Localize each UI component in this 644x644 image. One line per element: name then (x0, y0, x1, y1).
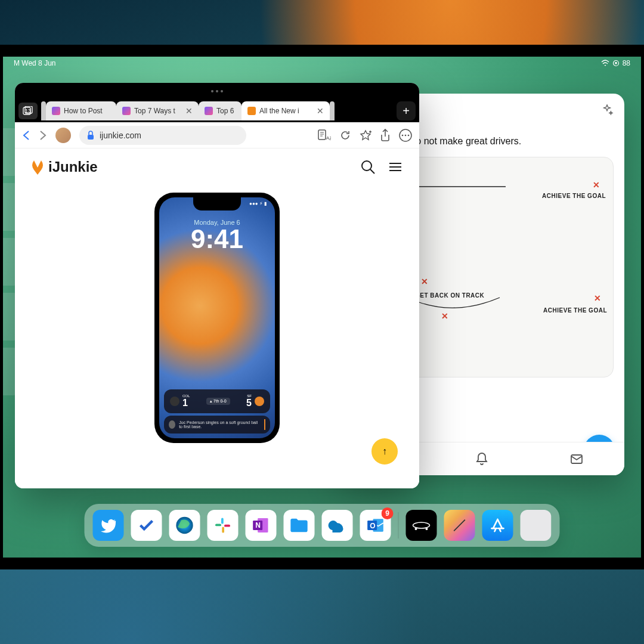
reader-button[interactable]: Aあ (318, 129, 331, 141)
url-text: ijunkie.com (100, 131, 141, 140)
close-tab-icon[interactable]: ✕ (317, 106, 324, 116)
brush-icon (451, 517, 468, 534)
close-tab-icon[interactable]: ✕ (185, 106, 193, 116)
address-bar[interactable]: ijunkie.com (79, 126, 246, 145)
team-logo-icon (255, 397, 264, 406)
avatar-icon (169, 420, 175, 429)
bookmark-button[interactable] (360, 129, 371, 141)
multitask-dots-icon[interactable] (211, 90, 223, 92)
dock-app-recent-appstore[interactable] (482, 510, 513, 541)
skate-icon (411, 517, 432, 534)
dock-app-twitter[interactable] (93, 510, 124, 541)
svg-text:O: O (370, 522, 375, 530)
browser-tab[interactable]: Top 7 Ways t ✕ (116, 101, 199, 120)
forward-button[interactable] (39, 130, 47, 141)
favicon (52, 107, 60, 115)
tab-label: All the New i (259, 107, 299, 115)
messages-icon[interactable] (569, 452, 584, 466)
tab-label: Top 7 Ways t (134, 107, 175, 115)
status-bar: M Wed 8 Jun 88 (3, 57, 641, 70)
svg-rect-8 (318, 130, 326, 140)
x-mark-icon: ✕ (593, 180, 600, 190)
check-icon (138, 516, 156, 534)
svg-rect-25 (224, 525, 230, 527)
x-mark-icon: ✕ (421, 277, 428, 286)
tab-label: How to Post (64, 107, 103, 115)
svg-rect-22 (221, 518, 224, 524)
svg-rect-23 (215, 524, 221, 527)
svg-point-32 (413, 522, 430, 528)
folder-icon (289, 516, 309, 534)
sparkle-icon[interactable] (600, 104, 614, 117)
x-mark-icon: ✕ (441, 311, 448, 321)
svg-rect-7 (88, 135, 94, 140)
back-button[interactable] (22, 130, 30, 141)
onenote-icon: N (252, 516, 271, 535)
svg-line-17 (370, 169, 374, 174)
dock-app-files[interactable] (284, 510, 315, 541)
profile-avatar[interactable] (55, 128, 71, 143)
browser-toolbar: ijunkie.com Aあ (15, 122, 419, 148)
cloud-icon (327, 518, 348, 532)
dock-app-edge[interactable] (169, 510, 200, 541)
svg-point-34 (426, 528, 428, 530)
dock-app-folder[interactable] (521, 510, 552, 541)
browser-tab[interactable]: How to Post (46, 101, 116, 120)
new-tab-button[interactable]: + (397, 101, 416, 120)
notification-badge: 9 (382, 507, 394, 519)
browser-tab[interactable]: Top 6 (199, 101, 242, 120)
dock-app-onenote[interactable]: N (246, 510, 277, 541)
favicon (205, 107, 213, 115)
safari-window[interactable]: 13 How to Post Top 7 Ways t ✕ Top 6 (15, 83, 419, 488)
tab-label: Top 6 (216, 107, 234, 115)
page-content[interactable]: iJunkie ●●● ⚡︎ ▮ Monday, June 6 9:41 (15, 148, 419, 488)
hero-phone-image: ●●● ⚡︎ ▮ Monday, June 6 9:41 COL1 ▴ 7th … (15, 185, 419, 443)
tab-switcher-button[interactable]: 13 (18, 103, 38, 119)
twitter-icon (100, 516, 117, 534)
phone-status-bar: ●●● ⚡︎ ▮ (159, 201, 275, 206)
search-icon[interactable] (360, 159, 376, 175)
svg-point-14 (405, 134, 407, 136)
svg-rect-1 (615, 62, 617, 64)
edge-icon (175, 515, 195, 535)
favicon (247, 107, 256, 115)
menu-icon[interactable] (387, 159, 404, 175)
svg-point-13 (402, 134, 404, 136)
svg-text:N: N (255, 521, 261, 530)
reload-button[interactable] (339, 129, 351, 141)
dock-app-outlook[interactable]: O 9 (360, 510, 391, 541)
battery-percent: 88 (623, 59, 630, 67)
lock-screen-time: 9:41 (159, 226, 275, 252)
sports-widget: COL1 ▴ 7th 0-0 SF5 (164, 389, 270, 413)
appstore-icon (489, 516, 507, 534)
more-button[interactable] (399, 129, 412, 142)
status-time-date: M Wed 8 Jun (14, 59, 55, 67)
achieve-label: ACHIEVE THE GOAL (542, 192, 606, 200)
dock-app-slack[interactable] (208, 510, 239, 541)
lock-icon (86, 131, 95, 140)
dock-app-recent-procreate[interactable] (406, 510, 437, 541)
favicon (122, 107, 131, 115)
hidden-tab-edge[interactable] (41, 101, 46, 120)
outlook-icon: O (366, 516, 385, 535)
dock: N O 9 (85, 504, 560, 547)
get-back-label: GET BACK ON TRACK (415, 292, 484, 299)
site-header: iJunkie (15, 148, 419, 185)
ijunkie-logo-icon (30, 159, 45, 175)
dock-app-recent-art[interactable] (444, 510, 475, 541)
share-button[interactable] (380, 129, 391, 142)
rotation-lock-icon (612, 60, 620, 67)
hidden-tab-edge[interactable] (330, 101, 335, 120)
dock-app-onedrive[interactable] (322, 510, 353, 541)
status-right: 88 (601, 59, 630, 67)
achieve-label-2: ACHIEVE THE GOAL (543, 306, 607, 314)
browser-tab-active[interactable]: All the New i ✕ (242, 101, 330, 120)
team-logo-icon (170, 397, 179, 406)
scroll-to-top-button[interactable]: ↑ (371, 438, 398, 465)
window-titlebar[interactable] (15, 83, 419, 100)
site-logo[interactable]: iJunkie (30, 159, 98, 175)
notifications-icon[interactable] (475, 452, 489, 466)
iphone-mockup: ●●● ⚡︎ ▮ Monday, June 6 9:41 COL1 ▴ 7th … (154, 193, 280, 443)
dock-app-todo[interactable] (131, 510, 162, 541)
svg-point-33 (415, 528, 417, 530)
